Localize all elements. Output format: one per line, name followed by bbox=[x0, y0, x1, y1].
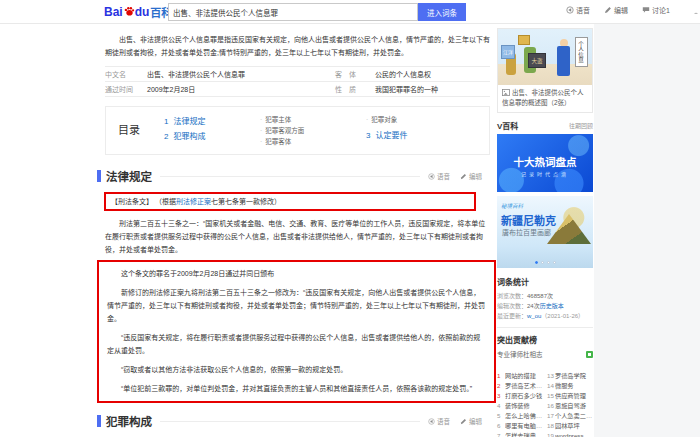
hot-entry-link: 哪里有电脑学校 bbox=[505, 421, 543, 431]
voice-icon bbox=[428, 173, 435, 180]
section-edit-button[interactable]: 编辑 bbox=[460, 416, 482, 426]
edit-label: 编辑 bbox=[469, 171, 482, 181]
info-value: 2009年2月28日 bbox=[147, 84, 327, 94]
toc-sublabel: 犯罪客体 bbox=[265, 138, 291, 145]
rank: 15 bbox=[547, 391, 555, 401]
voice-label: 语音 bbox=[437, 171, 450, 181]
info-value: 公民的个人信息权 bbox=[375, 69, 431, 79]
statistics-title: 词条统计 bbox=[497, 276, 593, 287]
overview-caption[interactable]: 出售、非法提供公民个人信息罪的概述图（2张） bbox=[498, 85, 592, 112]
banner-title: 新疆尼勒克 bbox=[501, 212, 556, 228]
toc-label: 法律规定 bbox=[173, 117, 205, 126]
hot-entry[interactable]: 4装饰装修 bbox=[497, 401, 543, 411]
law-boxed-paragraph: 新修订的刑法修正案九将刑法第二百五十三条之一修改为：“违反国家有关规定，向他人出… bbox=[107, 286, 486, 325]
info-value: 我国犯罪罪名的一种 bbox=[375, 84, 438, 94]
hot-entry-link: 罗德岛艺术学院 bbox=[505, 381, 543, 391]
hot-entry[interactable]: 17个人急卖二手车 bbox=[547, 411, 593, 421]
info-label: 中文名 bbox=[105, 69, 147, 79]
toc-num: 3 bbox=[366, 131, 370, 140]
voice-action-label: 语音 bbox=[576, 5, 590, 15]
views-label: 浏览次数： bbox=[497, 293, 527, 299]
rank: 3 bbox=[497, 391, 505, 401]
section-bullet bbox=[97, 415, 101, 427]
banner-subtitle: 记录时代点滴 bbox=[497, 170, 593, 177]
section-tools: 语音 编辑 bbox=[428, 171, 482, 181]
overview-image[interactable]: 江洋 大盗 个人信息 bbox=[498, 29, 592, 85]
hot-entry-link: 个人急卖二手车 bbox=[555, 411, 593, 421]
discuss-action[interactable]: 讨论1 bbox=[642, 5, 670, 15]
toc-subitem[interactable]: ·犯罪客观方面 bbox=[260, 125, 366, 136]
search-input[interactable] bbox=[168, 3, 418, 21]
toc-num: 1 bbox=[164, 117, 168, 126]
toc-subitem[interactable]: ·犯罪客体 bbox=[260, 136, 366, 147]
vbaike-card: V百科 往期回顾 十大热词盘点 记录时代点滴 秘境百科 新疆尼勒克 唐布拉百里画… bbox=[497, 119, 593, 268]
toc-subitem[interactable]: ·犯罪主体 bbox=[260, 114, 366, 125]
carousel-dot[interactable] bbox=[535, 261, 538, 264]
section-voice-button[interactable]: 语音 bbox=[428, 171, 450, 181]
edit-action[interactable]: 编辑 bbox=[604, 5, 628, 15]
hot-entries-list: 1网站的搭建 2罗德岛艺术学院 3打磨石多少钱 4装饰装修 5怎么上哈佛大学 6… bbox=[497, 371, 593, 437]
contributor-link[interactable]: 专业律师杜相志 bbox=[497, 349, 543, 359]
basic-info-row: 通过时间 2009年2月28日 性 质 我国犯罪罪名的一种 bbox=[105, 82, 490, 97]
hot-entry-link: 供应商管理 bbox=[555, 391, 593, 401]
rank: 4 bbox=[497, 401, 505, 411]
hot-entry[interactable]: 14微服务 bbox=[547, 381, 593, 391]
discuss-action-label: 讨论1 bbox=[652, 5, 670, 15]
hot-entry-link: 网站的搭建 bbox=[505, 371, 543, 381]
updater-link[interactable]: w_ou bbox=[527, 313, 541, 319]
cartoon-sign-personal-info: 个人信息 bbox=[575, 37, 588, 67]
divider bbox=[497, 327, 593, 328]
hot-entry[interactable]: 2罗德岛艺术学院 bbox=[497, 381, 543, 391]
carousel-dot[interactable] bbox=[541, 261, 544, 264]
toc-label: 犯罪构成 bbox=[173, 132, 205, 141]
cartoon-man bbox=[557, 46, 570, 76]
hot-entry[interactable]: 13罗德岛学院 bbox=[547, 371, 593, 381]
amendment-link[interactable]: 刑法修正案 bbox=[176, 198, 211, 205]
edit-label: 编辑 bbox=[469, 416, 482, 426]
hot-entry[interactable]: 16恩施自驾游 bbox=[547, 401, 593, 411]
update-date: （2021-01-26） bbox=[541, 313, 584, 319]
hot-entry[interactable]: 15供应商管理 bbox=[547, 391, 593, 401]
section-voice-button[interactable]: 语音 bbox=[428, 416, 450, 426]
history-versions-link[interactable]: 历史版本 bbox=[540, 303, 564, 309]
baidu-baike-logo[interactable]: Bai du 百科 bbox=[104, 4, 172, 20]
hot-entry-link: 装饰装修 bbox=[505, 401, 543, 411]
hot-entry[interactable]: 1网站的搭建 bbox=[497, 371, 543, 381]
carousel-dot[interactable] bbox=[547, 261, 550, 264]
cartoon-box-jiangyang: 江洋 bbox=[501, 45, 515, 59]
toc-column: ·犯罪对象 3认定要件 bbox=[366, 114, 489, 147]
toc-sublabel: 犯罪客观方面 bbox=[265, 127, 304, 134]
image-icon bbox=[502, 89, 510, 96]
annotated-law-clause: 【刑法条文】 （根据刑法修正案七第七条第一款修改） bbox=[104, 192, 476, 211]
hot-entry[interactable]: 5怎么上哈佛大学 bbox=[497, 411, 543, 421]
clause-post: 七第七条第一款修改） bbox=[211, 198, 281, 205]
sidebar: 江洋 大盗 个人信息 出售、非法提供公民个人信息罪的概述图（2张） V百科 往期… bbox=[497, 28, 593, 437]
section-header-law: 法律规定 语音 编辑 bbox=[97, 168, 482, 184]
more-icon[interactable] bbox=[692, 6, 700, 14]
toc-item-constitution[interactable]: 2犯罪构成 bbox=[164, 129, 260, 144]
toc-subitem[interactable]: ·犯罪对象 bbox=[366, 114, 489, 125]
hot-entry[interactable]: 6哪里有电脑学校 bbox=[497, 421, 543, 431]
vbaike-history-link[interactable]: 往期回顾 bbox=[569, 121, 593, 130]
toc-item-requirements[interactable]: 3认定要件 bbox=[366, 128, 489, 143]
section-edit-button[interactable]: 编辑 bbox=[460, 171, 482, 181]
hot-entry[interactable]: 18园林草坪 bbox=[547, 421, 593, 431]
hot-entry[interactable]: 3打磨石多少钱 bbox=[497, 391, 543, 401]
rank: 13 bbox=[547, 371, 555, 381]
xinjiang-banner[interactable]: 秘境百科 新疆尼勒克 唐布拉百里画廊 bbox=[497, 196, 593, 268]
header-actions: 语音 编辑 讨论1 bbox=[566, 5, 670, 15]
hot-entry[interactable]: 19wordpress建站 bbox=[547, 431, 593, 437]
info-label: 性 质 bbox=[335, 84, 375, 94]
hot-entry[interactable]: 7怎样去瑞典留学 bbox=[497, 431, 543, 437]
hot-words-banner[interactable]: 十大热词盘点 记录时代点滴 bbox=[497, 134, 593, 192]
voice-action[interactable]: 语音 bbox=[566, 5, 590, 15]
top-bar: Bai du 百科 进入词条 语音 bbox=[0, 0, 700, 24]
toc-item-law[interactable]: 1法律规定 bbox=[164, 114, 260, 129]
voice-icon bbox=[428, 418, 435, 425]
edits-stat: 编辑次数：24次历史版本 bbox=[497, 301, 593, 311]
carousel-dot[interactable] bbox=[553, 261, 556, 264]
banner-logo: 秘境百科 bbox=[501, 202, 523, 210]
enter-entry-button[interactable]: 进入词条 bbox=[418, 3, 466, 21]
contributor-row: 专业律师杜相志 bbox=[497, 349, 593, 359]
edit-action-label: 编辑 bbox=[614, 5, 628, 15]
